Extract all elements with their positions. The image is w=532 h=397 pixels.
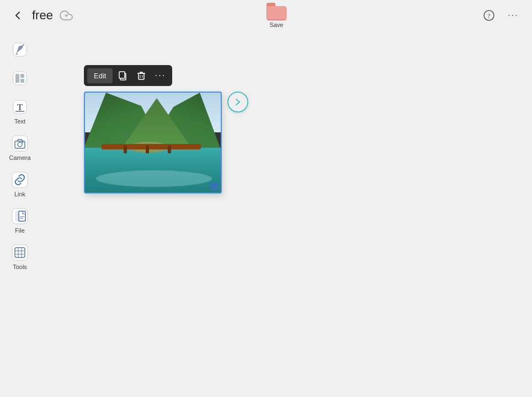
sidebar-item-tools-label: Tools bbox=[13, 264, 27, 270]
water-shine bbox=[96, 170, 212, 187]
more-options-toolbar-button[interactable]: ··· bbox=[151, 67, 169, 84]
help-button[interactable]: ? bbox=[479, 6, 499, 25]
svg-rect-13 bbox=[12, 136, 28, 151]
bridge-support-1 bbox=[124, 146, 127, 153]
corner-mark bbox=[211, 183, 219, 190]
svg-rect-7 bbox=[15, 74, 19, 83]
image-card[interactable] bbox=[84, 92, 222, 194]
tools-icon bbox=[10, 243, 30, 262]
more-options-button[interactable]: ··· bbox=[503, 6, 523, 25]
svg-rect-6 bbox=[13, 72, 26, 85]
sidebar-item-text[interactable]: T Text bbox=[3, 94, 36, 128]
top-bar-center: Save bbox=[74, 3, 479, 28]
more-dots-icon: ··· bbox=[508, 10, 518, 20]
main-canvas: Edit ··· bbox=[40, 31, 532, 397]
sidebar-item-tools[interactable]: Tools bbox=[3, 239, 36, 273]
camera-icon bbox=[10, 133, 30, 153]
svg-text:T: T bbox=[17, 103, 23, 112]
layout-icon bbox=[10, 68, 30, 88]
svg-rect-8 bbox=[20, 74, 24, 78]
save-label: Save bbox=[269, 22, 283, 28]
page-title: free bbox=[32, 8, 53, 23]
sidebar-item-text-label: Text bbox=[14, 118, 25, 125]
svg-point-4 bbox=[22, 44, 24, 46]
write-icon bbox=[10, 40, 30, 60]
back-button[interactable] bbox=[9, 7, 26, 24]
sidebar: T Text Camera Link bbox=[0, 31, 40, 397]
edit-button[interactable]: Edit bbox=[87, 68, 113, 83]
text-icon: T bbox=[10, 97, 30, 117]
bridge bbox=[102, 144, 201, 149]
svg-rect-17 bbox=[12, 172, 28, 187]
sidebar-item-file-label: File bbox=[15, 227, 25, 234]
svg-rect-23 bbox=[12, 245, 28, 260]
next-arrow-button[interactable] bbox=[227, 92, 248, 112]
file-icon bbox=[10, 206, 30, 226]
sidebar-item-link[interactable]: Link bbox=[3, 167, 36, 201]
delete-button[interactable] bbox=[132, 67, 150, 84]
svg-point-16 bbox=[22, 142, 24, 143]
sidebar-item-link-label: Link bbox=[14, 191, 25, 197]
sidebar-item-camera[interactable]: Camera bbox=[3, 130, 36, 164]
sidebar-item-write[interactable] bbox=[3, 36, 36, 63]
svg-text:?: ? bbox=[487, 12, 490, 20]
bridge-support-2 bbox=[146, 146, 149, 153]
save-button[interactable]: Save bbox=[267, 3, 286, 28]
svg-rect-9 bbox=[20, 79, 24, 83]
top-bar-left: free bbox=[9, 7, 74, 24]
link-icon bbox=[10, 170, 30, 190]
float-toolbar: Edit ··· bbox=[84, 65, 172, 86]
landscape-image bbox=[85, 93, 221, 192]
svg-rect-31 bbox=[139, 73, 144, 79]
sidebar-item-layout[interactable] bbox=[3, 65, 36, 92]
save-folder-icon bbox=[267, 3, 286, 20]
copy-button[interactable] bbox=[114, 67, 131, 84]
sidebar-item-camera-label: Camera bbox=[9, 154, 30, 161]
bridge-support-3 bbox=[168, 146, 171, 153]
top-bar: free Save ? ··· bbox=[0, 0, 532, 31]
more-dots-toolbar-icon: ··· bbox=[155, 71, 166, 81]
cloud-sync-icon[interactable] bbox=[58, 8, 74, 23]
sidebar-item-file[interactable]: File bbox=[3, 203, 36, 237]
svg-rect-30 bbox=[119, 72, 125, 78]
top-bar-right: ? ··· bbox=[479, 6, 523, 25]
